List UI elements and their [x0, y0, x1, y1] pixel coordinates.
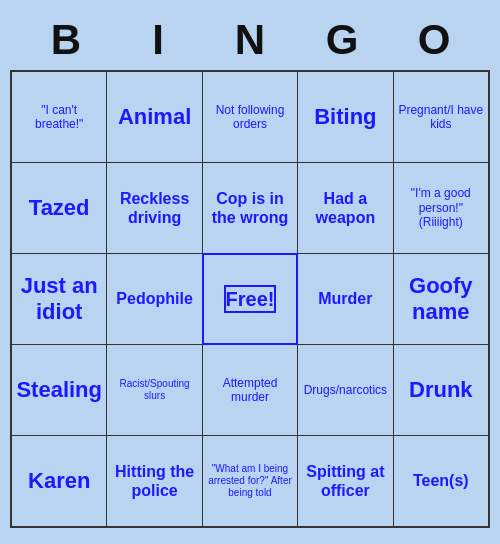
cell-text-1: Animal: [118, 104, 191, 130]
cell-text-19: Drunk: [409, 377, 473, 403]
bingo-cell-8[interactable]: Had a weapon: [298, 163, 392, 253]
bingo-cell-6[interactable]: Reckless driving: [107, 163, 201, 253]
bingo-cell-19[interactable]: Drunk: [394, 345, 488, 435]
bingo-cell-0[interactable]: "I can't breathe!": [12, 72, 106, 162]
bingo-cell-14[interactable]: Goofy name: [394, 254, 488, 344]
bingo-cell-22[interactable]: "What am I being arrested for?" After be…: [203, 436, 297, 526]
bingo-cell-12[interactable]: Free!: [202, 253, 298, 345]
bingo-grid: "I can't breathe!"AnimalNot following or…: [10, 70, 490, 528]
cell-text-14: Goofy name: [398, 273, 484, 326]
bingo-cell-3[interactable]: Biting: [298, 72, 392, 162]
bingo-cell-9[interactable]: "I'm a good person!" (Riiiight): [394, 163, 488, 253]
cell-text-8: Had a weapon: [302, 189, 388, 227]
title-b: B: [26, 16, 106, 64]
bingo-cell-13[interactable]: Murder: [298, 254, 392, 344]
bingo-cell-11[interactable]: Pedophile: [107, 254, 201, 344]
cell-text-15: Stealing: [16, 377, 102, 403]
cell-text-6: Reckless driving: [111, 189, 197, 227]
title-n: N: [210, 16, 290, 64]
cell-text-4: Pregnant/I have kids: [398, 103, 484, 132]
bingo-cell-7[interactable]: Cop is in the wrong: [203, 163, 297, 253]
cell-text-16: Racist/Spouting slurs: [111, 378, 197, 402]
title-i: I: [118, 16, 198, 64]
bingo-cell-21[interactable]: Hitting the police: [107, 436, 201, 526]
bingo-cell-5[interactable]: Tazed: [12, 163, 106, 253]
bingo-title: B I N G O: [10, 16, 490, 64]
cell-text-2: Not following orders: [207, 103, 293, 132]
bingo-cell-1[interactable]: Animal: [107, 72, 201, 162]
cell-text-17: Attempted murder: [207, 376, 293, 405]
bingo-cell-2[interactable]: Not following orders: [203, 72, 297, 162]
bingo-card: B I N G O "I can't breathe!"AnimalNot fo…: [0, 6, 500, 538]
cell-text-23: Spitting at officer: [302, 462, 388, 500]
bingo-cell-20[interactable]: Karen: [12, 436, 106, 526]
cell-text-22: "What am I being arrested for?" After be…: [207, 463, 293, 499]
cell-text-5: Tazed: [29, 195, 90, 221]
cell-text-13: Murder: [318, 289, 372, 308]
cell-text-12: Free!: [224, 285, 277, 313]
cell-text-0: "I can't breathe!": [16, 103, 102, 132]
bingo-cell-15[interactable]: Stealing: [12, 345, 106, 435]
bingo-cell-17[interactable]: Attempted murder: [203, 345, 297, 435]
cell-text-20: Karen: [28, 468, 90, 494]
cell-text-18: Drugs/narcotics: [304, 383, 387, 397]
cell-text-24: Teen(s): [413, 471, 469, 490]
cell-text-21: Hitting the police: [111, 462, 197, 500]
bingo-cell-16[interactable]: Racist/Spouting slurs: [107, 345, 201, 435]
bingo-cell-10[interactable]: Just an idiot: [12, 254, 106, 344]
title-o: O: [394, 16, 474, 64]
bingo-cell-24[interactable]: Teen(s): [394, 436, 488, 526]
cell-text-9: "I'm a good person!" (Riiiight): [398, 186, 484, 229]
bingo-cell-18[interactable]: Drugs/narcotics: [298, 345, 392, 435]
cell-text-3: Biting: [314, 104, 376, 130]
cell-text-10: Just an idiot: [16, 273, 102, 326]
cell-text-7: Cop is in the wrong: [207, 189, 293, 227]
bingo-cell-23[interactable]: Spitting at officer: [298, 436, 392, 526]
cell-text-11: Pedophile: [116, 289, 192, 308]
title-g: G: [302, 16, 382, 64]
bingo-cell-4[interactable]: Pregnant/I have kids: [394, 72, 488, 162]
